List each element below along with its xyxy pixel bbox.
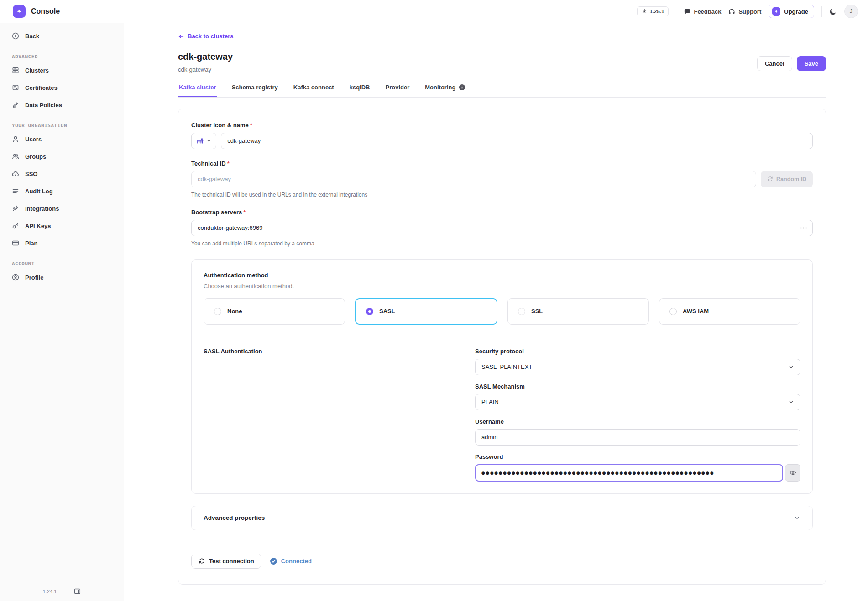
sasl-mechanism-label: SASL Mechanism [475, 383, 800, 390]
username-input[interactable] [475, 429, 800, 446]
required-asterisk: * [250, 122, 252, 129]
certificate-icon [12, 84, 19, 91]
bootstrap-servers-input[interactable] [191, 220, 813, 236]
auth-subtitle: Choose an authentication method. [204, 283, 800, 290]
cluster-name-label: Cluster icon & name* [191, 122, 813, 129]
tab-label: Provider [386, 84, 410, 91]
sidebar-item-groups[interactable]: Groups [0, 148, 124, 165]
bootstrap-menu-button[interactable] [800, 226, 807, 230]
save-button[interactable]: Save [797, 56, 826, 71]
test-connection-button[interactable]: Test connection [191, 554, 261, 569]
topbar: Console 1.25.1 Feedback Support Upgrade … [0, 0, 868, 23]
sidebar-item-plan[interactable]: Plan [0, 234, 124, 252]
password-label: Password [475, 453, 800, 460]
security-protocol-label: Security protocol [475, 348, 800, 355]
upgrade-button[interactable]: Upgrade [769, 5, 814, 18]
sidebar-item-certificates[interactable]: Certificates [0, 79, 124, 96]
support-button[interactable]: Support [728, 8, 761, 15]
random-id-label: Random ID [776, 176, 806, 182]
main-content: Back to clusters cdk-gateway cdk-gateway… [124, 23, 868, 601]
card-footer: Test connection Connected [178, 544, 826, 571]
auth-options: None SASL SSL AWS IAM [204, 298, 800, 325]
page-header: cdk-gateway cdk-gateway Cancel Save [178, 52, 826, 73]
sidebar-item-audit-log[interactable]: Audit Log [0, 182, 124, 200]
advanced-properties-toggle[interactable]: Advanced properties [191, 506, 813, 530]
sidebar-label: Audit Log [25, 188, 53, 195]
dark-mode-toggle[interactable] [829, 8, 837, 16]
authentication-box: Authentication method Choose an authenti… [191, 259, 813, 494]
auth-option-label: AWS IAM [683, 308, 709, 315]
auth-option-sasl[interactable]: SASL [355, 298, 497, 325]
divider [821, 6, 822, 17]
auth-option-label: SSL [531, 308, 543, 315]
plug-icon [12, 205, 19, 212]
sidebar-item-back[interactable]: Back [0, 27, 124, 45]
sidebar-label: Groups [25, 153, 46, 160]
version-badge[interactable]: 1.25.1 [637, 6, 669, 16]
radio-icon [214, 308, 221, 315]
tab-ksqldb[interactable]: ksqlDB [349, 84, 371, 97]
sidebar-item-sso[interactable]: SSO [0, 165, 124, 182]
sidebar-item-integrations[interactable]: Integrations [0, 200, 124, 217]
sidebar-item-data-policies[interactable]: Data Policies [0, 96, 124, 114]
refresh-icon [199, 558, 205, 564]
bolt-icon [772, 7, 780, 16]
avatar-initial: J [850, 8, 853, 15]
sidebar-collapse-button[interactable] [74, 588, 81, 595]
cluster-icon-dropdown[interactable] [191, 133, 216, 149]
auth-option-ssl[interactable]: SSL [507, 298, 649, 325]
sasl-section-title: SASL Authentication [204, 348, 475, 482]
tab-monitoring[interactable]: Monitoring [424, 84, 466, 97]
user-icon [12, 135, 19, 143]
ellipsis-icon [800, 226, 807, 230]
pen-icon [12, 101, 19, 109]
sidebar-item-users[interactable]: Users [0, 130, 124, 148]
tab-provider[interactable]: Provider [385, 84, 411, 97]
cancel-button[interactable]: Cancel [757, 56, 792, 71]
divider [676, 6, 676, 17]
sidebar-version: 1.24.1 [43, 589, 57, 594]
sidebar-item-profile[interactable]: Profile [0, 269, 124, 286]
tab-schema-registry[interactable]: Schema registry [231, 84, 279, 97]
version-label: 1.25.1 [649, 9, 664, 14]
bootstrap-helper: You can add multiple URLs separated by a… [191, 240, 813, 247]
sidebar-label: Plan [25, 240, 37, 247]
moon-icon [829, 8, 837, 16]
cluster-name-field-group: Cluster icon & name* [191, 122, 813, 149]
required-asterisk: * [227, 160, 230, 167]
auth-option-aws-iam[interactable]: AWS IAM [659, 298, 800, 325]
security-protocol-select[interactable]: SASL_PLAINTEXT [475, 359, 800, 375]
sidebar-footer: 1.24.1 [0, 588, 124, 595]
tab-kafka-connect[interactable]: Kafka connect [293, 84, 335, 97]
security-protocol-value: SASL_PLAINTEXT [481, 363, 532, 370]
password-input[interactable] [475, 464, 783, 482]
user-avatar[interactable]: J [844, 5, 858, 18]
sasl-mechanism-select[interactable]: PLAIN [475, 394, 800, 410]
panel-collapse-icon [74, 588, 81, 595]
feedback-label: Feedback [694, 8, 721, 15]
divider [204, 337, 800, 337]
feedback-button[interactable]: Feedback [684, 8, 721, 15]
tab-label: ksqlDB [350, 84, 370, 91]
sidebar-label: Users [25, 136, 42, 143]
auth-option-label: SASL [379, 308, 395, 315]
random-id-button[interactable]: Random ID [761, 171, 813, 187]
tab-kafka-cluster[interactable]: Kafka cluster [178, 84, 217, 97]
back-circle-icon [12, 32, 19, 40]
sasl-mechanism-group: SASL Mechanism PLAIN [475, 383, 800, 410]
chevron-down-icon [794, 514, 800, 521]
security-protocol-group: Security protocol SASL_PLAINTEXT [475, 348, 800, 375]
app-title: Console [31, 7, 60, 16]
sidebar-section-your-organisation: YOUR ORGANISATION [0, 114, 124, 130]
show-password-button[interactable] [785, 464, 800, 482]
sidebar-item-api-keys[interactable]: API Keys [0, 217, 124, 234]
auth-option-none[interactable]: None [204, 298, 345, 325]
cluster-name-input[interactable] [221, 133, 813, 149]
connection-status-label: Connected [281, 558, 312, 565]
bootstrap-label: Bootstrap servers* [191, 209, 813, 216]
sidebar-item-clusters[interactable]: Clusters [0, 62, 124, 79]
download-icon [642, 9, 647, 14]
page-subtitle: cdk-gateway [178, 66, 233, 73]
back-to-clusters-link[interactable]: Back to clusters [178, 33, 233, 40]
credit-card-icon [12, 239, 19, 247]
